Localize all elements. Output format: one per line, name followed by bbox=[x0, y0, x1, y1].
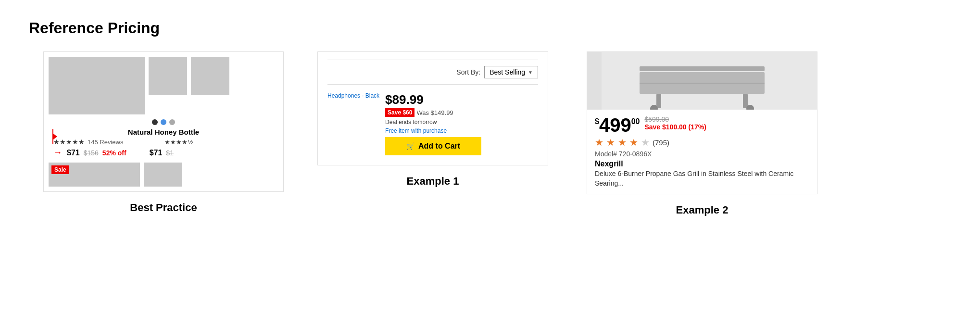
ex2-save-text: Save $100.00 (17%) bbox=[644, 123, 706, 131]
bp-side-image-2 bbox=[191, 57, 229, 95]
divider-bottom bbox=[327, 84, 538, 85]
dot-gray[interactable] bbox=[169, 119, 175, 125]
ex1-save-text: Save $60 bbox=[385, 108, 415, 117]
best-practice-card: Natural Honey Bottle ★★★★★ 145 Reviews ★… bbox=[43, 51, 284, 192]
bp-bottom-img bbox=[144, 163, 182, 187]
example2-column: $ 499 00 $599.00 Save $100.00 (17%) ★ ★ … bbox=[567, 51, 837, 216]
star-3: ★ bbox=[618, 137, 627, 148]
ex2-review-count: (795) bbox=[653, 138, 669, 147]
star-5: ★ bbox=[641, 137, 650, 148]
cart-icon: 🛒 bbox=[406, 142, 415, 150]
best-practice-label: Best Practice bbox=[130, 201, 197, 214]
bp-stars-row: ★★★★★ 145 Reviews ★★★★½ bbox=[44, 138, 283, 146]
page-title: Reference Pricing bbox=[29, 19, 951, 37]
bp-images-row bbox=[44, 52, 283, 114]
bp-arrow-icon: → bbox=[53, 148, 62, 158]
ex2-description: Deluxe 6-Burner Propane Gas Grill in Sta… bbox=[595, 169, 809, 188]
sort-row: Sort By: Best Selling ▼ bbox=[318, 63, 548, 81]
divider-top bbox=[327, 60, 538, 60]
ex1-product-tag[interactable]: Headphones - Black bbox=[327, 92, 379, 155]
add-to-cart-label: Add to Cart bbox=[418, 142, 460, 151]
sort-label: Sort By: bbox=[456, 68, 480, 76]
example1-card: Sort By: Best Selling ▼ Headphones - Bla… bbox=[317, 51, 548, 165]
ex2-model: Model# 720-0896X bbox=[595, 150, 809, 158]
bp-second-old-price: $1 bbox=[166, 149, 174, 157]
svg-rect-4 bbox=[743, 94, 748, 108]
dot-blue[interactable] bbox=[161, 119, 166, 125]
bp-current-price: $71 bbox=[67, 149, 80, 157]
sort-select[interactable]: Best Selling ▼ bbox=[484, 66, 538, 78]
ex2-stars-row: ★ ★ ★ ★ ★ (795) bbox=[595, 137, 809, 148]
ex1-save-badge: Save $60 Was $149.99 bbox=[385, 108, 453, 117]
ex2-price-main: $ 499 00 bbox=[595, 115, 640, 135]
bp-bottom-row: Sale bbox=[44, 163, 283, 191]
ex2-price-cents: 00 bbox=[631, 117, 640, 126]
svg-rect-3 bbox=[656, 94, 661, 108]
example2-card: $ 499 00 $599.00 Save $100.00 (17%) ★ ★ … bbox=[587, 51, 817, 194]
add-to-cart-button[interactable]: 🛒 Add to Cart bbox=[385, 137, 481, 155]
ex2-old-save: $599.00 Save $100.00 (17%) bbox=[644, 115, 706, 131]
bp-reviews: 145 Reviews bbox=[88, 138, 123, 146]
ex2-price-number: 499 bbox=[599, 115, 631, 135]
example1-label: Example 1 bbox=[407, 175, 459, 188]
bp-side-image bbox=[149, 57, 187, 95]
bp-price-row: → $71 $156 52% off $71 $1 bbox=[44, 148, 283, 163]
dot-black[interactable] bbox=[152, 119, 158, 125]
ex2-image-area bbox=[587, 52, 817, 110]
sort-value: Best Selling bbox=[490, 68, 525, 76]
bp-second-current-price: $71 bbox=[150, 149, 163, 157]
star-1: ★ bbox=[595, 137, 603, 148]
svg-rect-0 bbox=[640, 66, 765, 71]
grill-image bbox=[620, 57, 784, 110]
bp-main-image bbox=[49, 57, 145, 114]
ex2-old-price: $599.00 bbox=[644, 115, 706, 123]
bp-product-name: Natural Honey Bottle bbox=[44, 128, 283, 136]
sale-badge: Sale bbox=[51, 165, 69, 174]
examples-row: Natural Honey Bottle ★★★★★ 145 Reviews ★… bbox=[29, 51, 951, 216]
ex2-info: $ 499 00 $599.00 Save $100.00 (17%) ★ ★ … bbox=[587, 110, 817, 194]
bp-second-stars: ★★★★½ bbox=[164, 138, 193, 146]
ex1-was-price: Was $149.99 bbox=[416, 109, 453, 116]
ex1-product-row: Headphones - Black $89.99 Save $60 Was $… bbox=[318, 88, 548, 160]
bp-old-price: $156 bbox=[84, 149, 99, 157]
bp-sale-tag: Sale bbox=[49, 163, 140, 187]
star-2: ★ bbox=[606, 137, 615, 148]
example1-column: Sort By: Best Selling ▼ Headphones - Bla… bbox=[298, 51, 567, 188]
star-4: ★ bbox=[629, 137, 638, 148]
ex1-price-main: $89.99 bbox=[385, 92, 538, 107]
ex2-brand: Nexgrill bbox=[595, 160, 809, 168]
ex2-price-row: $ 499 00 $599.00 Save $100.00 (17%) bbox=[595, 115, 809, 135]
chevron-down-icon: ▼ bbox=[528, 70, 533, 75]
ex1-free-item[interactable]: Free item with purchase bbox=[385, 127, 538, 134]
bp-discount: 52% off bbox=[102, 149, 126, 157]
bp-stars: ★★★★★ bbox=[53, 138, 85, 146]
bp-color-dots bbox=[44, 119, 283, 125]
ex2-dollar-sign: $ bbox=[595, 117, 599, 126]
best-practice-column: Natural Honey Bottle ★★★★★ 145 Reviews ★… bbox=[29, 51, 298, 214]
example2-label: Example 2 bbox=[676, 204, 729, 216]
ex1-deal-ends: Deal ends tomorrow bbox=[385, 119, 538, 126]
ex1-product-info: $89.99 Save $60 Was $149.99 Deal ends to… bbox=[385, 92, 538, 155]
